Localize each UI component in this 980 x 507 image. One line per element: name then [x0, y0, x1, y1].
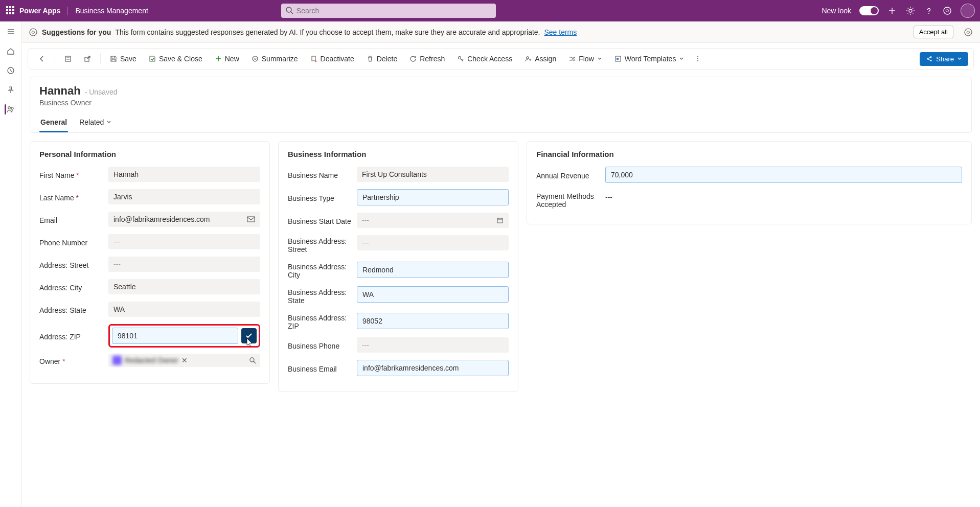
tab-related[interactable]: Related	[78, 114, 112, 132]
svg-rect-22	[312, 56, 315, 61]
share-label: Share	[936, 55, 954, 63]
global-search-wrap	[281, 4, 496, 18]
word-icon	[614, 55, 622, 62]
back-icon	[38, 55, 45, 62]
copilot-pane-icon[interactable]	[964, 28, 973, 37]
chevron-down-icon	[679, 56, 684, 61]
summarize-icon	[252, 55, 259, 62]
word-templates-button[interactable]: Word Templates	[609, 52, 690, 66]
email-label: Email	[39, 214, 108, 224]
btype-field[interactable]: Partnership	[357, 189, 509, 205]
accept-all-button[interactable]: Accept all	[914, 26, 953, 38]
delete-button[interactable]: Delete	[361, 52, 402, 66]
form-tabs: General Related	[39, 114, 962, 132]
bstate-field[interactable]: WA	[357, 286, 509, 303]
assign-button[interactable]: Assign	[519, 52, 561, 66]
bstart-label: Business Start Date	[288, 215, 357, 225]
refresh-icon	[409, 55, 417, 62]
suggestion-title: Suggestions for you	[42, 28, 111, 36]
check-access-button[interactable]: Check Access	[452, 52, 517, 66]
svg-rect-15	[65, 56, 71, 61]
lookup-search-icon[interactable]	[249, 357, 256, 364]
settings-icon[interactable]	[905, 6, 916, 16]
email-field[interactable]: info@fabrikamresidences.com	[108, 212, 260, 227]
last-name-label: Last Name	[39, 194, 74, 202]
nav-home-icon[interactable]	[5, 45, 17, 57]
deactivate-button[interactable]: Deactivate	[305, 52, 359, 66]
deactivate-label: Deactivate	[321, 55, 354, 63]
owner-label: Owner	[39, 357, 60, 365]
state-field[interactable]: WA	[108, 302, 260, 317]
bphone-field[interactable]: ---	[357, 337, 509, 353]
back-button[interactable]	[33, 52, 51, 65]
tab-general[interactable]: General	[39, 114, 68, 132]
bstart-field[interactable]: ---	[357, 213, 509, 228]
section-personal-title: Personal Information	[39, 150, 260, 158]
owner-lookup[interactable]: Redacted Owner ✕	[108, 354, 260, 367]
svg-point-30	[927, 58, 929, 60]
brand-label: Power Apps	[19, 7, 68, 15]
delete-icon	[367, 55, 374, 62]
summarize-button[interactable]: Summarize	[246, 52, 303, 66]
nav-recent-icon[interactable]	[5, 64, 17, 77]
nav-people-icon[interactable]	[5, 103, 17, 116]
flow-button[interactable]: Flow	[563, 52, 607, 66]
see-terms-link[interactable]: See terms	[544, 28, 577, 36]
new-button[interactable]: New	[210, 52, 244, 66]
main-area: Suggestions for you This form contains s…	[21, 21, 980, 507]
help-icon[interactable]	[924, 6, 934, 16]
refresh-button[interactable]: Refresh	[404, 52, 450, 66]
more-commands-button[interactable]	[691, 52, 704, 65]
bname-field[interactable]: First Up Consultants	[357, 167, 509, 182]
open-new-window-button[interactable]	[79, 52, 96, 65]
global-header: Power Apps Business Management New look	[0, 0, 980, 21]
app-launcher-icon[interactable]	[6, 6, 15, 15]
zip-label: Address: ZIP	[39, 331, 108, 341]
last-name-field[interactable]: Jarvis	[108, 189, 260, 204]
owner-clear-icon[interactable]: ✕	[181, 356, 188, 364]
bstreet-field[interactable]: ---	[357, 235, 509, 250]
delete-label: Delete	[377, 55, 397, 63]
nav-pinned-icon[interactable]	[5, 84, 17, 96]
tab-related-label: Related	[79, 118, 104, 126]
bcity-field[interactable]: Redmond	[357, 262, 509, 278]
add-icon[interactable]	[887, 6, 897, 16]
svg-point-0	[286, 7, 291, 12]
suggestion-text: This form contains suggested responses g…	[115, 28, 540, 36]
phone-field[interactable]: ---	[108, 234, 260, 249]
share-button[interactable]: Share	[920, 52, 968, 66]
save-close-button[interactable]: Save & Close	[144, 52, 208, 66]
record-subtitle: Business Owner	[39, 99, 962, 107]
nav-hamburger-icon[interactable]	[5, 26, 17, 38]
svg-line-1	[291, 12, 293, 14]
summarize-label: Summarize	[262, 55, 298, 63]
new-look-toggle[interactable]	[859, 6, 879, 15]
record-title: Hannah	[39, 84, 81, 98]
svg-point-14	[965, 29, 972, 36]
global-search-input[interactable]	[281, 4, 496, 18]
first-name-field[interactable]: Hannah	[108, 167, 260, 182]
revenue-field[interactable]: 70,000	[605, 167, 962, 183]
owner-value: Redacted Owner	[125, 356, 178, 364]
bzip-field[interactable]: 98052	[357, 313, 509, 329]
form-selector-button[interactable]	[59, 52, 77, 65]
svg-line-34	[254, 361, 256, 363]
user-avatar[interactable]	[961, 4, 975, 18]
deactivate-icon	[310, 55, 317, 62]
save-button[interactable]: Save	[105, 52, 142, 66]
svg-point-31	[930, 60, 932, 61]
save-label: Save	[120, 55, 136, 63]
chevron-down-icon	[106, 120, 111, 125]
street-field[interactable]: ---	[108, 257, 260, 272]
flow-icon	[568, 55, 576, 62]
zip-accept-button[interactable]	[241, 328, 257, 343]
svg-point-6	[944, 7, 951, 14]
bemail-field[interactable]: info@fabrikamresidences.com	[357, 360, 509, 376]
phone-label: Phone Number	[39, 237, 108, 247]
bcity-label: Business Address: City	[288, 261, 357, 279]
svg-point-29	[930, 56, 932, 58]
assign-icon	[525, 55, 532, 62]
zip-field[interactable]: 98101	[112, 328, 238, 344]
copilot-header-icon[interactable]	[942, 6, 952, 16]
city-field[interactable]: Seattle	[108, 279, 260, 294]
